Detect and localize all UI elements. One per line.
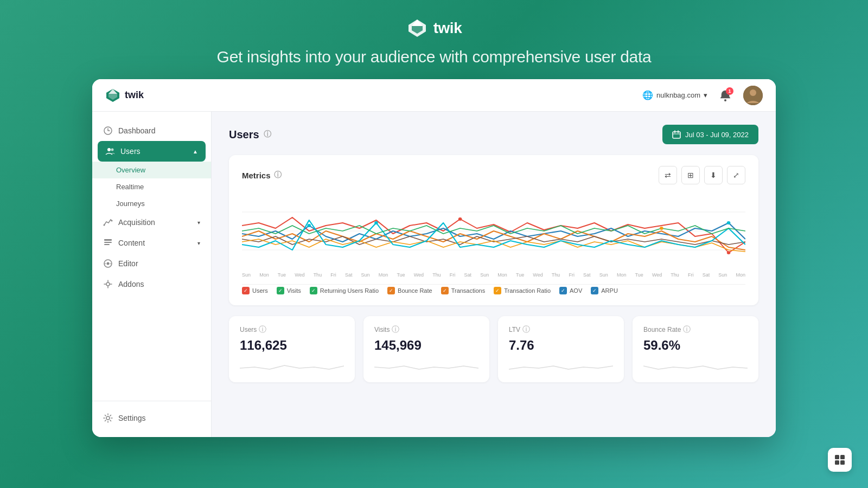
- sidebar-label-users: Users: [120, 147, 141, 156]
- legend-item-bounce[interactable]: ✓ Bounce Rate: [387, 287, 432, 294]
- legend-item-arpu[interactable]: ✓ ARPU: [591, 287, 618, 294]
- stat-label-ltv: LTV ⓘ: [509, 325, 613, 335]
- app-body: Dashboard Users ▲ Overview Realtime: [92, 112, 776, 437]
- svg-rect-36: [840, 460, 845, 465]
- sidebar-label-content: Content: [118, 239, 145, 247]
- sidebar-item-users[interactable]: Users ▲: [98, 141, 206, 162]
- svg-point-12: [104, 224, 105, 226]
- grid-icon: [834, 454, 846, 466]
- app-logo: twik: [105, 88, 144, 103]
- stat-info-bounce-rate[interactable]: ⓘ: [683, 325, 691, 335]
- svg-rect-23: [673, 132, 680, 138]
- top-header: twik Get insights into your audience wit…: [217, 0, 652, 79]
- sidebar-sub-item-realtime[interactable]: Realtime: [92, 178, 211, 195]
- stat-label-bounce-rate: Bounce Rate ⓘ: [643, 325, 748, 335]
- legend-item-visits[interactable]: ✓ Visits: [277, 287, 301, 294]
- chart-swap-button[interactable]: ⇄: [659, 166, 677, 184]
- app-window: twik 🌐 nulknbag.com ▾ 1: [92, 79, 776, 437]
- sidebar-item-content[interactable]: Content ▾: [92, 233, 211, 253]
- legend-item-users[interactable]: ✓ Users: [242, 287, 268, 294]
- svg-point-32: [660, 227, 663, 230]
- legend-item-returning[interactable]: ✓ Returning Users Ratio: [310, 287, 379, 294]
- app-topbar: twik 🌐 nulknbag.com ▾ 1: [92, 79, 776, 112]
- stat-label-users: Users ⓘ: [240, 325, 344, 335]
- chart-actions: ⇄ ⊞ ⬇ ⤢: [659, 166, 745, 184]
- floating-action-button[interactable]: [828, 448, 852, 472]
- stat-card-visits: Visits ⓘ 145,969: [363, 316, 489, 382]
- sidebar-label-addons: Addons: [118, 280, 144, 288]
- page-header: Users ⓘ Jul 03 - Jul 09, 2022: [229, 125, 758, 144]
- legend-item-transactions[interactable]: ✓ Transactions: [441, 287, 486, 294]
- chart-card-header: Metrics ⓘ ⇄ ⊞ ⬇ ⤢: [242, 166, 745, 184]
- sidebar-item-settings[interactable]: Settings: [92, 408, 211, 428]
- sidebar-label-dashboard: Dashboard: [118, 126, 156, 135]
- sidebar-label-editor: Editor: [118, 259, 138, 268]
- svg-rect-35: [835, 460, 839, 465]
- domain-chevron: ▾: [704, 91, 707, 99]
- svg-point-31: [727, 251, 731, 254]
- stat-value-visits: 145,969: [374, 338, 478, 353]
- stat-info-ltv[interactable]: ⓘ: [522, 325, 530, 335]
- sidebar-bottom: Settings: [92, 401, 211, 428]
- date-range-text: Jul 03 - Jul 09, 2022: [685, 131, 749, 139]
- legend-check-aov: ✓: [559, 287, 567, 294]
- sidebar-label-acquisition: Acquisition: [118, 218, 155, 227]
- stat-card-ltv: LTV ⓘ 7.76: [498, 316, 624, 382]
- chart-legend: ✓ Users ✓ Visits ✓ Returning Users Ratio…: [242, 284, 745, 294]
- svg-point-10: [107, 148, 111, 151]
- twik-logo-icon: [406, 17, 428, 39]
- content-icon: [103, 238, 113, 248]
- chart-table-button[interactable]: ⊞: [681, 166, 700, 184]
- stat-value-users: 116,625: [240, 338, 344, 353]
- users-chevron: ▲: [193, 149, 198, 155]
- top-logo: twik: [406, 17, 462, 39]
- sidebar-sub-item-overview[interactable]: Overview: [92, 162, 211, 178]
- stat-mini-chart-bounce-rate: [643, 357, 748, 374]
- acquisition-chevron: ▾: [197, 220, 200, 226]
- stat-card-users: Users ⓘ 116,625: [229, 316, 355, 382]
- sidebar-sub-item-journeys[interactable]: Journeys: [92, 195, 211, 212]
- stat-label-visits: Visits ⓘ: [374, 325, 478, 335]
- notification-badge: 1: [726, 87, 733, 95]
- legend-check-visits: ✓: [277, 287, 284, 294]
- sidebar-item-addons[interactable]: Addons: [92, 274, 211, 294]
- notification-button[interactable]: 1: [716, 86, 735, 105]
- svg-point-29: [458, 217, 462, 221]
- editor-icon: [103, 259, 113, 268]
- stat-value-ltv: 7.76: [509, 338, 613, 353]
- stat-info-visits[interactable]: ⓘ: [392, 325, 399, 335]
- chart-fullscreen-button[interactable]: ⤢: [727, 166, 745, 184]
- metrics-chart-card: Metrics ⓘ ⇄ ⊞ ⬇ ⤢: [229, 155, 758, 305]
- legend-item-transaction-ratio[interactable]: ✓ Transaction Ratio: [494, 287, 551, 294]
- metrics-info-icon[interactable]: ⓘ: [274, 170, 282, 180]
- stat-info-users[interactable]: ⓘ: [259, 325, 266, 335]
- domain-selector[interactable]: 🌐 nulknbag.com ▾: [642, 90, 707, 100]
- svg-rect-14: [104, 239, 112, 241]
- topbar-right: 🌐 nulknbag.com ▾ 1: [642, 86, 763, 105]
- acquisition-icon: [103, 217, 113, 227]
- sub-label-overview: Overview: [116, 166, 145, 174]
- date-range-button[interactable]: Jul 03 - Jul 09, 2022: [662, 125, 758, 144]
- stat-mini-chart-visits: [374, 357, 478, 374]
- calendar-icon: [672, 130, 681, 139]
- domain-text: nulknbag.com: [656, 91, 700, 99]
- stat-mini-chart-ltv: [509, 357, 613, 374]
- page-title-info-icon[interactable]: ⓘ: [264, 130, 271, 139]
- legend-check-bounce: ✓: [387, 287, 395, 294]
- chart-download-button[interactable]: ⬇: [704, 166, 723, 184]
- sidebar-item-dashboard[interactable]: Dashboard: [92, 120, 211, 141]
- svg-rect-15: [104, 242, 112, 243]
- sidebar-item-editor[interactable]: Editor: [92, 253, 211, 274]
- addons-icon: [103, 279, 113, 289]
- svg-point-20: [110, 263, 112, 265]
- legend-item-aov[interactable]: ✓ AOV: [559, 287, 582, 294]
- sidebar-item-acquisition[interactable]: Acquisition ▾: [92, 212, 211, 233]
- sidebar: Dashboard Users ▲ Overview Realtime: [92, 112, 212, 437]
- main-content: Users ⓘ Jul 03 - Jul 09, 2022 Metrics: [212, 112, 776, 437]
- chart-xaxis: SunMonTueWedThuFriSatSunMonTueWedThuFriS…: [242, 269, 745, 284]
- svg-rect-33: [835, 455, 839, 459]
- chart-area: [242, 193, 745, 269]
- user-avatar[interactable]: [743, 86, 763, 105]
- content-chevron: ▾: [197, 240, 200, 246]
- legend-check-transactions: ✓: [441, 287, 449, 294]
